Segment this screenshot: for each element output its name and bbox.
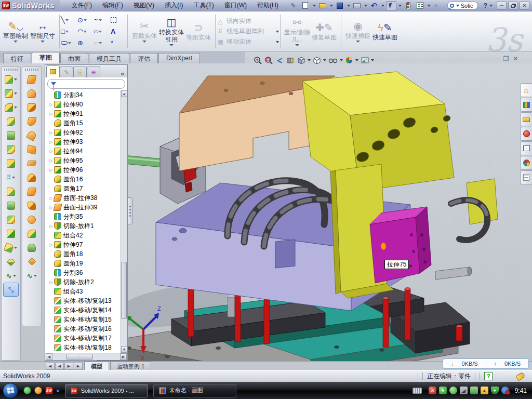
line-tool[interactable]: ╲ — [61, 15, 76, 26]
search-input[interactable]: Solic — [461, 3, 473, 9]
pattern-button[interactable]: ⠿ — [3, 170, 19, 184]
fillet-tool[interactable]: ⌐ — [94, 37, 110, 49]
rib-button[interactable] — [3, 184, 19, 198]
tray-update-icon[interactable] — [449, 387, 457, 394]
tree-item[interactable]: 实体-移动/复制14 — [48, 305, 121, 315]
fillet-button[interactable] — [3, 100, 19, 114]
tree-item[interactable]: 圆角16 — [48, 175, 121, 184]
featuremanager-tab[interactable] — [46, 65, 60, 77]
toolbar-grip[interactable] — [25, 69, 38, 71]
toolbox-tab[interactable] — [520, 127, 532, 141]
surface-planar-button[interactable] — [24, 156, 39, 170]
tab-dimxpert[interactable]: DimXpert — [158, 53, 200, 63]
menu-tools[interactable]: 工具(T) — [189, 0, 218, 11]
network-warning-icon[interactable]: ▲ — [481, 387, 488, 394]
save-button[interactable] — [335, 1, 345, 10]
help-button[interactable]: ? — [484, 2, 487, 9]
menu-window[interactable]: 窗口(W) — [220, 0, 251, 11]
solidworks-launcher-icon[interactable]: SW — [45, 387, 53, 394]
quick-launch-icon[interactable] — [34, 387, 42, 394]
tree-item[interactable]: ▷拉伸95 — [48, 156, 121, 165]
zoom-fit-icon[interactable] — [254, 56, 262, 65]
surface-fill-button[interactable] — [24, 142, 39, 156]
taskbar-clock[interactable]: 9:41 — [515, 387, 527, 394]
options-button[interactable] — [415, 1, 425, 10]
mirror-feature-button[interactable] — [3, 212, 19, 227]
last-tab-button[interactable]: ▶ — [74, 363, 83, 370]
tab-sketch[interactable]: 草图 — [32, 52, 60, 63]
pin-icon[interactable]: ✎ — [288, 1, 299, 10]
surface-sweep-button[interactable] — [24, 100, 39, 114]
circle-tool[interactable]: ⊙ — [77, 15, 93, 26]
quick-tips-icon[interactable]: ? — [484, 372, 493, 380]
swept-boss-button[interactable] — [3, 114, 19, 128]
tree-item[interactable]: 圆角18 — [48, 249, 121, 259]
graphics-area[interactable]: Y Z X 拉伸75 ⠿ ∿ ⤡ — [0, 63, 532, 361]
surface-offset-button[interactable] — [24, 170, 39, 184]
hide-show-items-icon[interactable] — [328, 56, 343, 65]
open-file-button[interactable] — [317, 1, 328, 10]
tree-item[interactable]: 圆角15 — [48, 118, 121, 128]
tree-item[interactable]: 圆角17 — [48, 184, 121, 193]
annotation-icon[interactable]: ⁘.. — [432, 1, 443, 10]
tree-item[interactable]: 分割36 — [48, 268, 121, 277]
doc-minimize-button[interactable]: ─ — [495, 55, 499, 62]
next-tab-button[interactable]: ▶ — [64, 363, 73, 370]
surface-boundary-button[interactable] — [24, 128, 39, 142]
minimize-button[interactable]: ─ — [497, 2, 507, 10]
tree-item[interactable]: ▷拉伸96 — [48, 165, 121, 175]
tree-item[interactable]: ▷拉伸92 — [48, 128, 121, 137]
tray-shield-icon[interactable]: + — [491, 387, 499, 394]
volume-icon[interactable]: ◢ — [460, 387, 468, 394]
print-button[interactable] — [352, 1, 362, 10]
rectangle-tool[interactable]: □ — [61, 26, 76, 37]
tree-horizontal-scrollbar[interactable]: ◀ ⋯ ▶ — [45, 353, 127, 360]
zoom-area-icon[interactable] — [264, 56, 273, 65]
menu-view[interactable]: 视图(V) — [129, 0, 159, 11]
menu-insert[interactable]: 插入(I) — [160, 0, 188, 11]
propertymanager-tab[interactable]: ✎ — [60, 66, 73, 77]
tree-item[interactable]: ▷切除-放样1 — [48, 221, 121, 231]
tree-item[interactable]: 分割35 — [48, 212, 121, 221]
revolved-boss-button[interactable] — [3, 128, 19, 142]
tree-item[interactable]: 圆角19 — [48, 259, 121, 268]
slot-tool[interactable] — [61, 37, 76, 49]
surface-extrude-button[interactable] — [24, 72, 39, 86]
surface-curve-button[interactable]: ∿ — [24, 269, 39, 283]
tray-security-icon[interactable]: ✕ — [429, 387, 436, 394]
undo-button[interactable]: ↶ — [369, 1, 379, 10]
dimxpertmanager-tab[interactable]: ⊕ — [87, 66, 100, 77]
tray-antivirus-icon[interactable]: ϟ — [439, 387, 447, 394]
surface-untrim-button[interactable] — [24, 227, 39, 241]
tree-filter-input[interactable] — [47, 79, 125, 89]
polygon-tool[interactable]: ⊕ — [77, 37, 93, 49]
tree-item[interactable]: 实体-移动/复制18 — [48, 343, 121, 352]
panel-splitter-handle[interactable] — [128, 197, 133, 224]
section-view-icon[interactable] — [286, 56, 295, 65]
view-orientation-icon[interactable] — [313, 56, 326, 65]
model-tab[interactable]: 模型 — [84, 362, 109, 370]
chamfer-button[interactable] — [3, 142, 19, 156]
menu-file[interactable]: 文件(F) — [67, 0, 97, 11]
first-tab-button[interactable]: ◀ — [46, 363, 55, 370]
scroll-left-arrow[interactable]: ◀ — [46, 353, 52, 360]
scroll-up-arrow[interactable]: ▲ — [121, 90, 128, 97]
tab-mold-tools[interactable]: 模具工具 — [89, 53, 129, 63]
doc-restore-button[interactable]: ❐ — [503, 55, 509, 62]
prev-tab-button[interactable]: ◀ — [55, 363, 64, 370]
tree-item[interactable]: 实体-移动/复制15 — [48, 315, 121, 324]
toolbar-grip[interactable] — [4, 69, 18, 71]
quick-launch-chevron[interactable]: » — [56, 387, 60, 394]
resources-tab[interactable]: ⌂ — [520, 83, 532, 97]
rebuild-icon[interactable] — [403, 1, 414, 10]
menu-edit[interactable]: 编辑(E) — [98, 0, 128, 11]
tree-item[interactable]: ▷切除-放样2 — [48, 277, 121, 287]
custom-properties-tab[interactable] — [520, 170, 532, 184]
text-tool[interactable]: A — [111, 26, 126, 37]
tree-item[interactable]: ▷曲面-拉伸38 — [48, 193, 121, 203]
ellipse-tool[interactable]: ○ — [94, 26, 110, 37]
move-copy-body-button[interactable] — [3, 227, 19, 241]
view-palette-tab[interactable] — [520, 141, 532, 155]
spline-tool[interactable]: ~ — [94, 15, 110, 26]
tab-surfaces[interactable]: 曲面 — [60, 53, 88, 63]
